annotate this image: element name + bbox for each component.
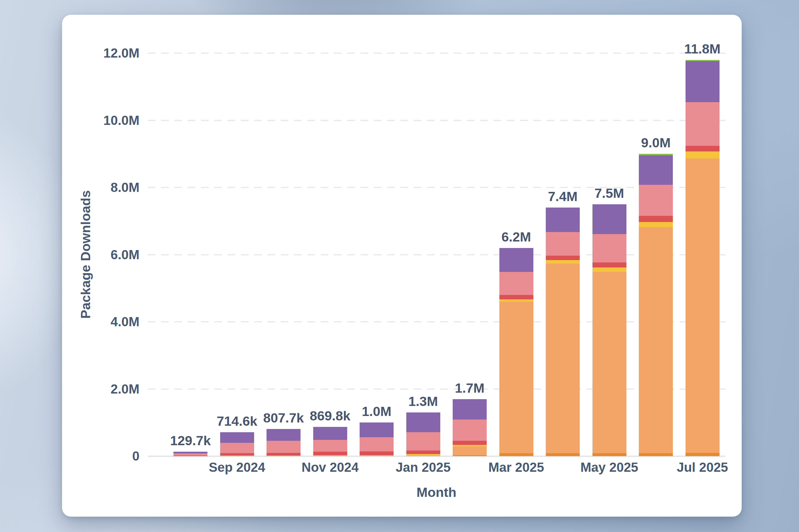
- y-tick-label: 6.0M: [74, 248, 140, 261]
- chart-card: Package Downloads Month 02.0M4.0M6.0M8.0…: [62, 15, 742, 517]
- x-tick-label: May 2025: [565, 460, 654, 474]
- labels-layer: Package Downloads Month 02.0M4.0M6.0M8.0…: [62, 15, 742, 517]
- y-tick-label: 8.0M: [74, 181, 140, 194]
- x-tick-label: Mar 2025: [472, 460, 561, 474]
- x-axis-title: Month: [417, 485, 456, 500]
- y-tick-label: 10.0M: [74, 114, 140, 127]
- bar-total-label: 807.7k: [263, 411, 304, 425]
- x-tick-label: Jul 2025: [658, 460, 747, 474]
- x-tick-label: Sep 2024: [193, 460, 281, 474]
- y-tick-label: 0: [74, 450, 140, 463]
- bar-total-label: 1.0M: [362, 405, 391, 418]
- x-tick-label: Nov 2024: [286, 460, 375, 474]
- desktop-background: { "colors": { "card_background": "#fffff…: [0, 0, 799, 532]
- x-tick-label: Jan 2025: [379, 460, 468, 474]
- y-tick-label: 4.0M: [74, 315, 140, 328]
- bar-total-label: 869.8k: [310, 409, 350, 423]
- y-tick-label: 12.0M: [74, 46, 140, 60]
- bar-total-label: 7.5M: [595, 187, 624, 200]
- bar-total-label: 11.8M: [684, 42, 721, 56]
- bar-total-label: 1.3M: [408, 395, 438, 408]
- bar-total-label: 714.6k: [217, 415, 257, 428]
- y-tick-label: 2.0M: [74, 383, 140, 396]
- bar-total-label: 7.4M: [548, 190, 577, 204]
- bar-total-label: 1.7M: [455, 381, 484, 395]
- bar-total-label: 6.2M: [502, 230, 531, 244]
- bar-total-label: 129.7k: [170, 434, 211, 448]
- bar-total-label: 9.0M: [641, 136, 670, 150]
